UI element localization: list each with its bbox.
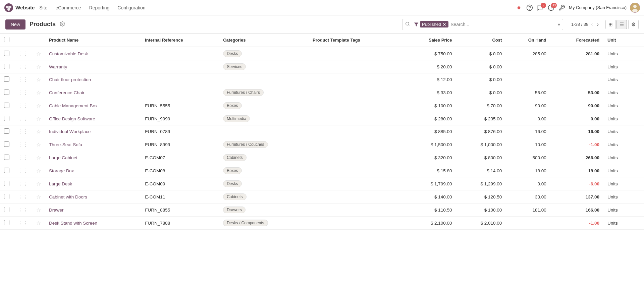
settings-gear-icon[interactable] [60,21,65,28]
favorite-icon[interactable]: ☆ [36,103,41,109]
cell-product-name[interactable]: Drawer [45,204,141,217]
cell-product-name[interactable]: Desk Stand with Screen [45,217,141,230]
drag-handle-icon[interactable]: ⋮⋮ [17,129,28,134]
cell-categories: Desks [219,177,309,190]
favorite-icon[interactable]: ☆ [36,181,41,187]
favorite-icon[interactable]: ☆ [36,77,41,82]
next-page-button[interactable]: › [596,21,600,28]
user-avatar[interactable] [630,3,640,13]
drag-handle-icon[interactable]: ⋮⋮ [17,181,28,187]
cell-on-hand: 500.00 [506,151,550,164]
cell-actions [635,47,644,60]
drag-handle-icon[interactable]: ⋮⋮ [17,64,28,70]
cell-template-tags [309,177,403,190]
cell-product-name[interactable]: Individual Workplace [45,125,141,138]
row-checkbox[interactable] [4,128,9,134]
cell-forecasted: -6.00 [550,177,603,190]
cell-unit: Units [603,99,635,112]
favorite-icon[interactable]: ☆ [36,155,41,161]
cell-internal-ref [141,86,219,99]
cell-product-name[interactable]: Three-Seat Sofa [45,138,141,151]
favorite-icon[interactable]: ☆ [36,64,41,70]
favorite-icon[interactable]: ☆ [36,142,41,148]
row-checkbox[interactable] [4,181,9,186]
nav-site[interactable]: Site [36,3,51,12]
table-row: ⋮⋮ ☆ Desk Stand with Screen FURN_7888 De… [0,217,644,230]
cell-product-name[interactable]: Large Desk [45,177,141,190]
cell-product-name[interactable]: Office Design Software [45,112,141,125]
row-checkbox[interactable] [4,207,9,212]
messages-icon[interactable]: 2 [537,4,544,11]
row-checkbox[interactable] [4,51,9,56]
drag-handle-icon[interactable]: ⋮⋮ [17,142,28,148]
row-checkbox[interactable] [4,76,9,82]
row-checkbox[interactable] [4,155,9,160]
cell-product-name[interactable]: Cabinet with Doors [45,190,141,204]
cell-sales-price: $ 280.00 [403,112,456,125]
cell-product-name[interactable]: Chair floor protection [45,73,141,86]
drag-handle-icon[interactable]: ⋮⋮ [17,103,28,109]
new-button[interactable]: New [5,19,25,30]
drag-handle-icon[interactable]: ⋮⋮ [17,220,28,226]
cell-internal-ref: FURN_0789 [141,125,219,138]
select-all-checkbox[interactable] [4,37,9,42]
favorite-icon[interactable]: ☆ [36,207,41,213]
status-dot-icon: ● [515,4,523,11]
settings-icon[interactable] [558,4,566,11]
drag-handle-icon[interactable]: ⋮⋮ [17,194,28,200]
row-checkbox[interactable] [4,103,9,108]
drag-handle-icon[interactable]: ⋮⋮ [17,77,28,82]
cell-product-name[interactable]: Customizable Desk [45,47,141,60]
drag-handle-icon[interactable]: ⋮⋮ [17,155,28,161]
cell-forecasted: 137.00 [550,190,603,204]
favorite-icon[interactable]: ☆ [36,51,41,57]
cell-product-name[interactable]: Cable Management Box [45,99,141,112]
row-checkbox[interactable] [4,116,9,121]
cell-categories: Furnitures / Couches [219,138,309,151]
drag-handle-icon[interactable]: ⋮⋮ [17,116,28,122]
row-checkbox[interactable] [4,141,9,147]
table-row: ⋮⋮ ☆ Large Desk E-COM09 Desks $ 1,799.00… [0,177,644,190]
favorite-icon[interactable]: ☆ [36,194,41,200]
cell-categories: Desks / Components [219,217,309,230]
nav-ecommerce[interactable]: eCommerce [52,3,84,12]
cell-template-tags [309,164,403,177]
search-icon[interactable] [402,21,413,27]
prev-page-button[interactable]: ‹ [590,21,594,28]
search-dropdown-button[interactable]: ▾ [555,19,563,30]
list-view-button[interactable]: ☰ [616,20,627,29]
activity-icon[interactable]: 39 [547,4,555,11]
support-icon[interactable] [526,4,533,11]
row-checkbox[interactable] [4,90,9,95]
drag-handle-icon[interactable]: ⋮⋮ [17,168,28,174]
cell-product-name[interactable]: Conference Chair [45,86,141,99]
table-row: ⋮⋮ ☆ Individual Workplace FURN_0789 $ 88… [0,125,644,138]
table-row: ⋮⋮ ☆ Conference Chair Furnitures / Chair… [0,86,644,99]
kanban-view-button[interactable]: ⊞ [605,20,616,29]
company-name[interactable]: My Company (San Francisco) [569,5,627,10]
cell-sales-price: $ 320.00 [403,151,456,164]
favorite-icon[interactable]: ☆ [36,129,41,134]
row-checkbox[interactable] [4,64,9,69]
drag-handle-icon[interactable]: ⋮⋮ [17,51,28,57]
cell-product-name[interactable]: Storage Box [45,164,141,177]
row-checkbox[interactable] [4,168,9,173]
row-checkbox[interactable] [4,220,9,225]
cell-product-name[interactable]: Large Cabinet [45,151,141,164]
search-input[interactable] [448,22,555,27]
table-row: ⋮⋮ ☆ Chair floor protection $ 12.00 $ 0.… [0,73,644,86]
favorite-icon[interactable]: ☆ [36,90,41,96]
favorite-icon[interactable]: ☆ [36,168,41,174]
drag-handle-icon[interactable]: ⋮⋮ [17,207,28,213]
cell-product-name[interactable]: Warranty [45,60,141,73]
drag-handle-icon[interactable]: ⋮⋮ [17,90,28,96]
favorite-icon[interactable]: ☆ [36,220,41,226]
optional-columns-button[interactable]: ⚙ [628,20,639,29]
nav-configuration[interactable]: Configuration [114,3,149,12]
favorite-icon[interactable]: ☆ [36,116,41,122]
filter-remove-button[interactable]: ✕ [442,22,446,27]
row-checkbox[interactable] [4,194,9,199]
cell-unit: Units [603,47,635,60]
app-logo[interactable]: Website [4,3,35,12]
nav-reporting[interactable]: Reporting [86,3,113,12]
